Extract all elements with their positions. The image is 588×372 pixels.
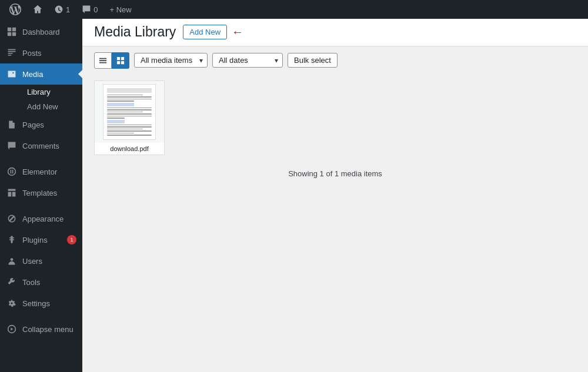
new-content-label: + New bbox=[109, 5, 131, 14]
tools-icon bbox=[6, 276, 18, 288]
sidebar-item-media[interactable]: Media bbox=[0, 63, 82, 85]
posts-label: Posts bbox=[22, 49, 42, 58]
sidebar-item-templates[interactable]: Templates bbox=[0, 182, 82, 203]
comments-label: Comments bbox=[22, 142, 59, 150]
templates-icon bbox=[6, 187, 18, 199]
plugins-icon bbox=[6, 234, 18, 246]
pdf-line-9 bbox=[107, 116, 152, 117]
media-thumbnail bbox=[95, 81, 164, 143]
library-label: Library bbox=[27, 88, 51, 96]
collapse-icon bbox=[6, 323, 18, 335]
media-grid: download.pdf Showing 1 of 1 media items bbox=[82, 75, 588, 202]
updates-count: 1 bbox=[66, 5, 70, 14]
sidebar-divider-3 bbox=[0, 314, 82, 319]
comments-icon bbox=[82, 5, 91, 14]
media-label: Media bbox=[22, 70, 43, 79]
home-link[interactable] bbox=[28, 0, 47, 19]
elementor-label: Elementor bbox=[22, 167, 57, 176]
svg-point-4 bbox=[8, 168, 16, 176]
pdf-line-14 bbox=[107, 130, 152, 132]
media-count: Showing 1 of 1 media items bbox=[94, 157, 576, 190]
svg-rect-3 bbox=[12, 32, 16, 36]
grid-view-button[interactable] bbox=[112, 52, 129, 69]
media-submenu: Library Add New bbox=[0, 85, 82, 114]
active-arrow bbox=[78, 69, 82, 79]
wordpress-icon bbox=[9, 4, 21, 15]
dashboard-label: Dashboard bbox=[22, 28, 60, 36]
pdf-blue-1 bbox=[107, 103, 134, 106]
sidebar-item-comments[interactable]: Comments bbox=[0, 135, 82, 156]
pdf-line-10 bbox=[107, 118, 125, 119]
media-type-filter[interactable]: All media items Images Audio Video Docum… bbox=[134, 53, 208, 68]
sidebar-item-add-new[interactable]: Add New bbox=[21, 99, 82, 114]
view-toggle bbox=[94, 52, 129, 69]
media-icon bbox=[6, 68, 18, 80]
pdf-line-11 bbox=[107, 125, 152, 126]
pages-icon bbox=[6, 119, 18, 130]
appearance-icon bbox=[6, 213, 18, 224]
admin-bar: 1 0 + New bbox=[0, 0, 588, 19]
sidebar-item-elementor[interactable]: Elementor bbox=[0, 161, 82, 182]
svg-rect-10 bbox=[121, 61, 123, 64]
templates-label: Templates bbox=[22, 189, 57, 197]
sidebar-item-settings[interactable]: Settings bbox=[0, 293, 82, 314]
pdf-preview bbox=[103, 84, 156, 140]
svg-rect-8 bbox=[121, 57, 123, 60]
date-filter[interactable]: All dates January 2024 bbox=[212, 53, 283, 68]
content-header: Media Library Add New ← bbox=[82, 19, 588, 46]
red-arrow-indicator: ← bbox=[232, 25, 243, 39]
plugins-badge: 1 bbox=[67, 235, 76, 244]
posts-icon bbox=[6, 47, 18, 59]
users-icon bbox=[6, 255, 18, 267]
pdf-line-5 bbox=[107, 108, 152, 109]
sidebar-item-pages[interactable]: Pages bbox=[0, 114, 82, 135]
comments-sidebar-icon bbox=[6, 140, 18, 152]
svg-point-5 bbox=[11, 258, 14, 261]
collapse-label: Collapse menu bbox=[22, 325, 74, 334]
grid-view-icon bbox=[116, 56, 125, 65]
pdf-line-7 bbox=[107, 112, 143, 113]
pdf-line-6 bbox=[107, 109, 152, 110]
sidebar-item-users[interactable]: Users bbox=[0, 250, 82, 272]
sidebar: Dashboard Posts Media Library Add New bbox=[0, 19, 82, 372]
plugins-label: Plugins bbox=[22, 236, 48, 244]
tools-label: Tools bbox=[22, 278, 40, 287]
page-title: Media Library bbox=[94, 24, 176, 41]
updates-link[interactable]: 1 bbox=[49, 0, 75, 19]
pdf-line-13 bbox=[107, 129, 143, 130]
pdf-line-8 bbox=[107, 113, 152, 115]
pdf-line-12 bbox=[107, 126, 152, 128]
pdf-line-4 bbox=[107, 100, 134, 102]
main-content: Media Library Add New ← bbox=[82, 19, 588, 372]
svg-rect-0 bbox=[8, 28, 11, 31]
list-view-button[interactable] bbox=[94, 52, 112, 69]
add-new-button[interactable]: Add New bbox=[183, 25, 227, 39]
sidebar-item-collapse[interactable]: Collapse menu bbox=[0, 319, 82, 340]
comments-link[interactable]: 0 bbox=[77, 0, 102, 19]
svg-rect-9 bbox=[116, 61, 119, 64]
media-type-filter-wrapper: All media items Images Audio Video Docum… bbox=[134, 53, 208, 68]
media-item-pdf[interactable]: download.pdf bbox=[94, 81, 165, 155]
sidebar-item-dashboard[interactable]: Dashboard bbox=[0, 21, 82, 42]
sidebar-item-plugins[interactable]: Plugins 1 bbox=[0, 229, 82, 250]
svg-rect-2 bbox=[8, 32, 11, 36]
pdf-header bbox=[107, 88, 152, 93]
bulk-select-button[interactable]: Bulk select bbox=[288, 53, 338, 68]
pdf-line-1 bbox=[107, 95, 143, 96]
new-content-link[interactable]: + New bbox=[105, 0, 136, 19]
main-layout: Dashboard Posts Media Library Add New bbox=[0, 19, 588, 372]
settings-label: Settings bbox=[22, 299, 50, 308]
elementor-icon bbox=[6, 166, 18, 177]
users-label: Users bbox=[22, 257, 42, 266]
sidebar-divider-2 bbox=[0, 203, 82, 208]
pdf-line-15 bbox=[107, 133, 134, 134]
sidebar-item-posts[interactable]: Posts bbox=[0, 42, 82, 63]
date-filter-wrapper: All dates January 2024 bbox=[212, 53, 283, 68]
pdf-blue-2 bbox=[107, 120, 125, 123]
sidebar-item-tools[interactable]: Tools bbox=[0, 272, 82, 293]
home-icon bbox=[33, 5, 42, 14]
sidebar-item-appearance[interactable]: Appearance bbox=[0, 208, 82, 229]
pages-label: Pages bbox=[22, 120, 44, 129]
sidebar-item-library[interactable]: Library bbox=[21, 85, 82, 99]
wordpress-logo[interactable] bbox=[5, 0, 26, 19]
